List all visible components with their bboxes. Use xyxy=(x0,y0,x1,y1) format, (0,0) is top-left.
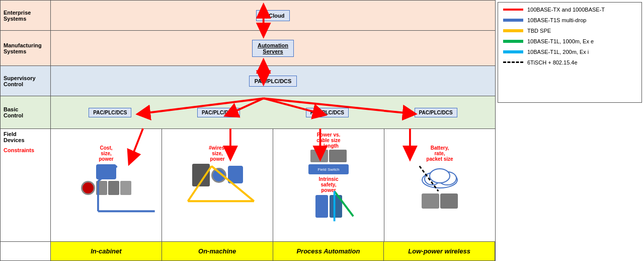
constraints-label: Constraints xyxy=(4,147,34,153)
basic-row: PAC/PLC/DCS PAC/PLC/DCS PAC/PLC/DCS PAC/… xyxy=(51,96,495,129)
svg-point-3 xyxy=(430,169,450,183)
bottom-spacer xyxy=(1,241,51,260)
diagram-wrapper: Enterprise Systems Manufacturing Systems… xyxy=(0,0,496,261)
legend-line-blue xyxy=(503,19,523,22)
legend-panel: 100BASE-TX and 1000BASE-T 10BASE-T1S mul… xyxy=(496,0,644,261)
legend-label-3: TBD SPE xyxy=(527,28,551,34)
legend-item-6: 6TiSCH + 802.15.4e xyxy=(503,59,636,66)
legend-line-green xyxy=(503,40,523,43)
pac-basic-1-box: PAC/PLC/DCS xyxy=(89,108,131,117)
it-cloud-box: IT, Cloud xyxy=(256,10,290,21)
switch-device-1 xyxy=(310,150,328,162)
automation-servers-box: Automation Servers xyxy=(252,40,294,57)
incabinet-devices xyxy=(81,164,131,195)
transmitter-device-2 xyxy=(330,195,342,218)
legend-box: 100BASE-TX and 1000BASE-T 10BASE-T1S mul… xyxy=(498,2,642,103)
wireless-bottom-label: Low-power wireless xyxy=(384,241,495,260)
wireless-col: Battery, rate, packet size xyxy=(384,129,495,241)
legend-label-6: 6TiSCH + 802.15.4e xyxy=(527,59,578,66)
incabinet-bottom-label: In-cabinet xyxy=(51,241,162,260)
enterprise-row: IT, Cloud xyxy=(51,1,495,31)
legend-item-1: 100BASE-TX and 1000BASE-T xyxy=(503,7,636,13)
pac-basic-2-box: PAC/PLC/DCS xyxy=(197,108,240,117)
onmachine-device-row xyxy=(192,164,243,186)
cloud-icon xyxy=(420,165,460,190)
device-row-1 xyxy=(81,181,131,195)
button-device xyxy=(81,181,95,195)
onmachine-constraint: #wires, size, power xyxy=(209,145,226,162)
transmitter-device xyxy=(315,195,328,218)
legend-label-2: 10BASE-T1S multi-drop xyxy=(527,17,586,23)
bottom-labels-row: In-cabinet On-machine Process Automation… xyxy=(1,241,495,260)
field-label: Field Devices Constraints xyxy=(1,129,50,241)
io-block-device xyxy=(228,166,243,183)
onmachine-col: #wires, size, power xyxy=(162,129,273,241)
process-constraint2: Intrinsic safety, power xyxy=(319,176,339,193)
wireless-constraint: Battery, rate, packet size xyxy=(426,145,453,162)
sensor-device xyxy=(192,164,210,186)
legend-label-4: 10BASE-T1L, 1000m, Ex e xyxy=(527,38,594,44)
pac-basic-4-box: PAC/PLC/DCS xyxy=(415,108,457,117)
pac-supervisory-box: PAC/PLC/DCS xyxy=(249,76,297,87)
legend-line-red xyxy=(503,9,523,11)
wireless-devices xyxy=(422,193,458,209)
labels-column: Enterprise Systems Manufacturing Systems… xyxy=(1,1,51,241)
process-constraint: Power vs. cable size & length xyxy=(316,132,340,149)
legend-item-5: 10BASE-T1L, 200m, Ex i xyxy=(503,49,636,55)
supervisory-label: Supervisory Control xyxy=(1,66,50,96)
diagram-rows: Enterprise Systems Manufacturing Systems… xyxy=(1,1,495,241)
legend-label-1: 100BASE-TX and 1000BASE-T xyxy=(527,7,605,13)
onmachine-devices xyxy=(192,164,243,186)
manufacturing-row: Automation Servers xyxy=(51,31,495,66)
legend-item-3: TBD SPE xyxy=(503,28,636,34)
field-row: Cost, size, power xyxy=(51,129,495,241)
relay-device-2 xyxy=(108,181,119,195)
legend-line-orange xyxy=(503,29,523,32)
switch-device-2 xyxy=(329,150,347,162)
legend-item-2: 10BASE-T1S multi-drop xyxy=(503,17,636,23)
basic-label: Basic Control xyxy=(1,96,50,129)
top-section: Enterprise Systems Manufacturing Systems… xyxy=(0,0,644,261)
field-switch: Field Switch xyxy=(308,164,349,174)
relay-device-3 xyxy=(120,181,131,195)
process-devices-top xyxy=(310,150,347,162)
incabinet-col: Cost, size, power xyxy=(51,129,162,241)
legend-label-5: 10BASE-T1L, 200m, Ex i xyxy=(527,49,589,55)
process-devices-bottom xyxy=(315,195,342,218)
page: Enterprise Systems Manufacturing Systems… xyxy=(0,0,644,261)
onmachine-bottom-label: On-machine xyxy=(162,241,273,260)
wireless-sensor-2 xyxy=(440,193,458,209)
legend-line-cyan xyxy=(503,50,523,53)
manufacturing-label: Manufacturing Systems xyxy=(1,31,50,66)
incabinet-constraint: Cost, size, power xyxy=(99,145,113,162)
pac-basic-3-box: PAC/PLC/DCS xyxy=(306,108,349,117)
process-bottom-label: Process Automation xyxy=(273,241,384,260)
legend-line-dashed xyxy=(503,61,523,63)
enterprise-label: Enterprise Systems xyxy=(1,1,50,31)
relay-device-1 xyxy=(96,181,107,195)
process-col: Power vs. cable size & length Field Swit… xyxy=(273,129,384,241)
legend-item-4: 10BASE-T1L, 1000m, Ex e xyxy=(503,38,636,44)
wireless-cloud xyxy=(420,165,460,191)
switch-device xyxy=(96,164,116,179)
supervisory-row: PAC/PLC/DCS xyxy=(51,66,495,96)
wireless-sensor-1 xyxy=(422,193,439,209)
button-green-device xyxy=(211,168,226,183)
